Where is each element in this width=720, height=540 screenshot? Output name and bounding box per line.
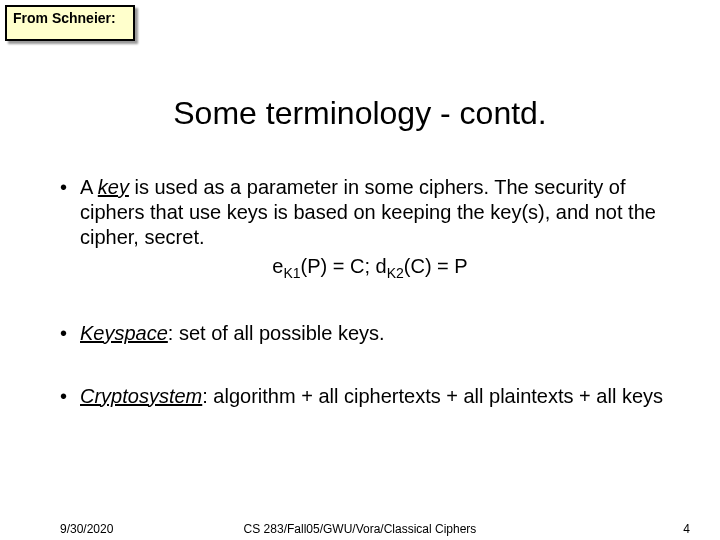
formula-end: (C) = P xyxy=(404,255,468,277)
b1-term: key xyxy=(98,176,129,198)
b2-rest: : set of all possible keys. xyxy=(168,322,385,344)
b2-term: Keyspace xyxy=(80,322,168,344)
callout-text: From Schneier: xyxy=(13,10,116,26)
bullet-keyspace: Keyspace: set of all possible keys. xyxy=(60,321,680,346)
source-callout: From Schneier: xyxy=(5,5,135,41)
formula-line: eK1(P) = C; dK2(C) = P xyxy=(60,254,680,283)
footer-page: 4 xyxy=(683,522,690,536)
formula-sub-k2: K2 xyxy=(387,265,404,281)
bullet-key: A key is used as a parameter in some cip… xyxy=(60,175,680,283)
b3-term: Cryptosystem xyxy=(80,385,202,407)
formula-mid: (P) = C; d xyxy=(301,255,387,277)
formula-e: e xyxy=(272,255,283,277)
bullet-cryptosystem: Cryptosystem: algorithm + all ciphertext… xyxy=(60,384,680,409)
slide-content: A key is used as a parameter in some cip… xyxy=(60,175,680,447)
b1-post: is used as a parameter in some ciphers. … xyxy=(80,176,656,248)
formula-sub-k1: K1 xyxy=(283,265,300,281)
footer-center: CS 283/Fall05/GWU/Vora/Classical Ciphers xyxy=(0,522,720,536)
slide-title: Some terminology - contd. xyxy=(0,95,720,132)
b1-pre: A xyxy=(80,176,98,198)
b3-rest: : algorithm + all ciphertexts + all plai… xyxy=(202,385,663,407)
